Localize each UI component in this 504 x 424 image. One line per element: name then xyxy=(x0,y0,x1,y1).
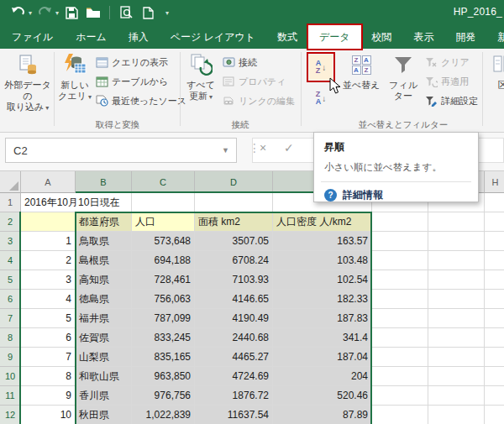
cell-density[interactable]: 163.57 xyxy=(273,232,372,251)
clear-filter-button[interactable]: クリア xyxy=(424,54,470,71)
cell[interactable] xyxy=(428,212,485,232)
column-header-C[interactable]: C xyxy=(132,171,195,193)
cell-prefecture[interactable]: 福井県 xyxy=(76,309,132,328)
cell[interactable] xyxy=(428,232,485,251)
cell-area[interactable]: 7103.93 xyxy=(195,270,273,290)
cell-population[interactable]: 728,461 xyxy=(132,270,195,290)
get-external-data-button[interactable]: 外部データの 取り込み xyxy=(3,52,52,113)
cell-population[interactable]: 756,063 xyxy=(132,290,195,309)
cell[interactable] xyxy=(428,270,485,290)
cell[interactable] xyxy=(485,328,504,348)
cell-prefecture[interactable]: 徳島県 xyxy=(76,290,132,309)
cell-density[interactable]: 204 xyxy=(273,367,372,386)
cell[interactable] xyxy=(372,212,428,232)
row-header-11[interactable]: 11 xyxy=(0,386,21,406)
name-box[interactable]: C2 ▼ xyxy=(5,138,237,163)
cell-index[interactable]: 6 xyxy=(21,328,76,348)
cancel-icon[interactable]: × xyxy=(260,141,266,154)
cell-density[interactable]: 182.33 xyxy=(273,290,372,309)
properties-button[interactable]: プロパティ xyxy=(222,73,286,90)
cell[interactable] xyxy=(372,251,428,270)
cell-area[interactable]: 11637.54 xyxy=(195,406,273,424)
cell-header-density[interactable]: 人口密度 人/km2 xyxy=(273,212,372,232)
new-document-icon[interactable] xyxy=(139,4,157,21)
tab-data[interactable]: データ xyxy=(308,25,361,49)
sort-ascending-button[interactable]: AZ ↓ xyxy=(309,55,333,80)
cell-index[interactable]: 10 xyxy=(21,406,76,424)
tell-me-more-link[interactable]: ? 詳細情報 xyxy=(324,188,468,202)
row-header-4[interactable]: 4 xyxy=(0,251,21,270)
row-header-7[interactable]: 7 xyxy=(0,309,21,328)
new-query-button[interactable]: 新しい クエリ xyxy=(57,52,92,102)
cell[interactable] xyxy=(428,251,485,270)
recent-sources-button[interactable]: 最近使ったソース xyxy=(95,92,186,109)
cell[interactable] xyxy=(485,232,504,251)
cell-index[interactable]: 3 xyxy=(21,270,76,290)
cell[interactable] xyxy=(485,386,504,406)
tab-1[interactable]: ホーム xyxy=(65,25,118,49)
cell[interactable] xyxy=(485,367,504,386)
cell-header-pref[interactable]: 都道府県 xyxy=(76,212,132,232)
cell-area[interactable]: 1876.72 xyxy=(195,386,273,406)
sort-button[interactable]: ZA AZ 並べ替え xyxy=(339,52,383,91)
cell[interactable] xyxy=(372,309,428,328)
cell[interactable] xyxy=(21,212,76,232)
cell-prefecture[interactable]: 和歌山県 xyxy=(76,367,132,386)
filter-button[interactable]: フィルター xyxy=(385,52,422,102)
reapply-filter-button[interactable]: 再適用 xyxy=(424,73,469,90)
row-header-12[interactable]: 12 xyxy=(0,406,21,424)
cell[interactable] xyxy=(428,386,485,406)
column-header-A[interactable]: A xyxy=(21,171,76,193)
cell[interactable] xyxy=(372,290,428,309)
cell-index[interactable]: 5 xyxy=(21,309,76,328)
cell-prefecture[interactable]: 香川県 xyxy=(76,386,132,406)
tab-9[interactable]: 新しいタ xyxy=(487,25,504,49)
from-table-button[interactable]: テーブルから xyxy=(95,73,168,90)
enter-icon[interactable]: ✓ xyxy=(284,141,294,154)
cell[interactable] xyxy=(428,367,485,386)
row-header-8[interactable]: 8 xyxy=(0,328,21,348)
tab-8[interactable]: 開発 xyxy=(445,25,487,49)
row-header-10[interactable]: 10 xyxy=(0,367,21,386)
row-header-9[interactable]: 9 xyxy=(0,348,21,367)
cell[interactable] xyxy=(372,386,428,406)
cell-population[interactable]: 573,648 xyxy=(132,232,195,251)
cell[interactable] xyxy=(372,406,428,424)
cell[interactable] xyxy=(485,193,504,212)
cell[interactable] xyxy=(372,232,428,251)
refresh-all-button[interactable]: すべて 更新 xyxy=(183,52,218,102)
name-box-dropdown-icon[interactable]: ▼ xyxy=(222,146,229,154)
cell-area[interactable]: 3507.05 xyxy=(195,232,273,251)
redo-icon[interactable] xyxy=(35,4,54,21)
tab-3[interactable]: ページ レイアウト xyxy=(160,25,266,49)
print-preview-icon[interactable] xyxy=(117,4,135,21)
cell[interactable] xyxy=(428,309,485,328)
column-header-H[interactable]: H xyxy=(485,171,504,193)
cell-population[interactable]: 787,099 xyxy=(132,309,195,328)
open-folder-icon[interactable] xyxy=(84,4,102,21)
cell-population[interactable]: 833,245 xyxy=(132,328,195,348)
cell-population[interactable]: 963,850 xyxy=(132,367,195,386)
cell-area[interactable]: 4465.27 xyxy=(195,348,273,367)
column-header-D[interactable]: D xyxy=(195,171,273,193)
cell-index[interactable]: 4 xyxy=(21,290,76,309)
tab-7[interactable]: 表示 xyxy=(403,25,445,49)
cell[interactable] xyxy=(428,328,485,348)
cell-area[interactable]: 6708.24 xyxy=(195,251,273,270)
tab-4[interactable]: 数式 xyxy=(266,25,308,49)
cell-prefecture[interactable]: 高知県 xyxy=(76,270,132,290)
cell-density[interactable]: 87.89 xyxy=(273,406,372,424)
cell-index[interactable]: 2 xyxy=(21,251,76,270)
row-header-1[interactable]: 1 xyxy=(0,193,21,212)
cell-index[interactable]: 9 xyxy=(21,386,76,406)
cell-date-label[interactable]: 2016年10月10日現在 xyxy=(21,193,132,212)
cell[interactable] xyxy=(372,348,428,367)
cell-density[interactable]: 187.04 xyxy=(273,348,372,367)
cell-population[interactable]: 1,022,839 xyxy=(132,406,195,424)
cell-prefecture[interactable]: 佐賀県 xyxy=(76,328,132,348)
cell[interactable] xyxy=(485,212,504,232)
cell-prefecture[interactable]: 山梨県 xyxy=(76,348,132,367)
qat-customize-icon[interactable]: ▾ xyxy=(165,9,169,17)
undo-dropdown-icon[interactable]: ▾ xyxy=(29,9,32,17)
cell[interactable] xyxy=(372,328,428,348)
